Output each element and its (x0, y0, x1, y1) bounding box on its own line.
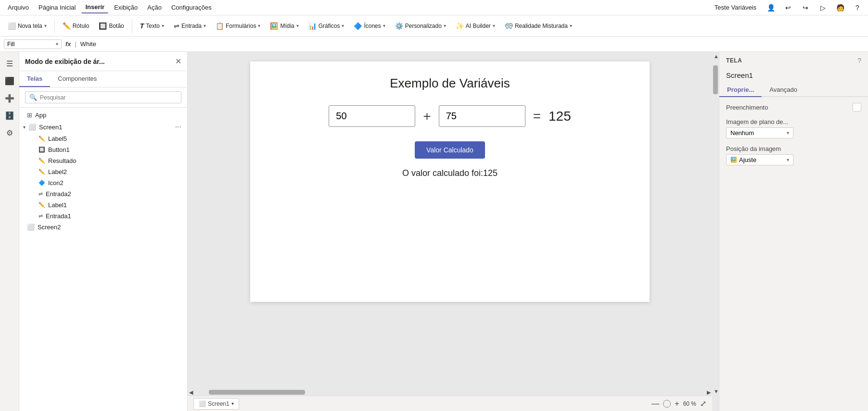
tree-item-entrada1[interactable]: ⇌ Entrada1 (19, 211, 187, 222)
ai-builder-chevron: ▾ (493, 23, 495, 28)
tree-item-screen2[interactable]: ⬜ Screen2 (19, 222, 187, 233)
rotulo-icon: ✏️ (63, 22, 71, 30)
menu-arquivo[interactable]: Arquivo (4, 2, 33, 13)
account-icon[interactable]: 👤 (764, 1, 778, 14)
calc-result: 125 (549, 109, 571, 124)
menu-inserir[interactable]: Inserir (81, 1, 108, 13)
tree-label-icon2: Icon2 (48, 179, 181, 187)
sidebar-tab-componentes[interactable]: Componentes (50, 71, 104, 87)
ai-builder-btn[interactable]: ✨ AI Builder ▾ (452, 20, 499, 32)
botao-icon: 🔲 (99, 22, 107, 30)
right-panel-help-icon[interactable]: ? (857, 57, 861, 64)
scrollbar-horizontal[interactable]: ◀ ▶ (188, 389, 712, 396)
tree-item-icon2[interactable]: 🔷 Icon2 (19, 177, 187, 188)
zoom-in-btn[interactable]: + (675, 399, 679, 408)
right-panel-tab-propriedades[interactable]: Proprie... (719, 83, 762, 97)
menu-exibicao[interactable]: Exibição (110, 2, 141, 13)
preenchimento-value (853, 103, 861, 112)
expand-icon[interactable]: ⤢ (700, 399, 706, 408)
help-icon[interactable]: ? (851, 1, 864, 14)
tree-item-entrada2[interactable]: ⇌ Entrada2 (19, 188, 187, 199)
personalizado-btn[interactable]: ⚙️ Personalizado ▾ (391, 20, 450, 32)
botao-label: Botão (109, 23, 124, 29)
canvas-scroll[interactable]: Exemplo de Variáveis + = 125 Valor Calcu… (188, 52, 712, 389)
menu-bar: Arquivo Página Inicial Inserir Exibição … (0, 0, 868, 15)
icones-btn[interactable]: 🔷 Ícones ▾ (350, 20, 389, 32)
scroll-left-arrow[interactable]: ◀ (188, 389, 194, 396)
posicao-label: Posição da imagem (726, 145, 781, 152)
realidade-misturada-label: Realidade Misturada (515, 23, 568, 29)
tree-item-label2[interactable]: ✏️ Label2 (19, 166, 187, 177)
posicao-dropdown-arrow: ▾ (787, 157, 789, 162)
search-input-wrap[interactable]: 🔍 (25, 91, 181, 103)
tree-label-entrada1: Entrada1 (46, 212, 181, 220)
tree-item-button1[interactable]: 🔲 Button1 (19, 144, 187, 155)
graficos-chevron: ▾ (342, 23, 344, 28)
realidade-misturada-btn[interactable]: 🥽 Realidade Misturada ▾ (501, 20, 576, 32)
preenchimento-swatch[interactable] (853, 103, 861, 112)
graficos-btn[interactable]: 📊 Gráficos ▾ (305, 20, 348, 32)
main-layout: ☰ ⬛ ➕ 🗄️ ⚙ Modo de exibição de ár... ✕ T… (0, 52, 868, 411)
scroll-thumb-v[interactable] (713, 65, 718, 94)
right-panel-tab-avancado[interactable]: Avançado (762, 83, 805, 97)
scroll-up-arrow[interactable]: ▲ (712, 52, 719, 61)
settings-icon[interactable]: ⚙ (2, 125, 17, 140)
menu-acao[interactable]: Ação (143, 2, 166, 13)
menu-configuracoes[interactable]: Configurações (167, 2, 216, 13)
screen1-chevron: ▾ (23, 125, 26, 130)
data-icon[interactable]: 🗄️ (2, 108, 17, 123)
nova-tela-label: Nova tela (18, 23, 42, 29)
formularios-btn[interactable]: 📋 Formulários ▾ (212, 20, 264, 32)
zoom-out-btn[interactable]: — (651, 399, 659, 408)
tree-item-screen1[interactable]: ▾ ⬜ Screen1 ··· (19, 121, 187, 133)
redo-icon[interactable]: ↪ (799, 1, 812, 14)
personalizado-chevron: ▾ (444, 23, 446, 28)
user-icon[interactable]: 🧑 (833, 1, 847, 14)
scroll-thumb-h[interactable] (209, 390, 305, 395)
preenchimento-label: Preenchimento (726, 104, 768, 111)
screen1-menu-dots[interactable]: ··· (175, 123, 181, 131)
imagem-dropdown[interactable]: Nenhum ▾ (726, 127, 793, 138)
nova-tela-btn[interactable]: ⬜ Nova tela ▾ (4, 20, 51, 32)
canvas-input2[interactable] (439, 105, 525, 127)
formula-input[interactable] (78, 39, 864, 49)
tree-label-button1: Button1 (48, 146, 181, 153)
entrada-btn[interactable]: ⇌ Entrada ▾ (170, 20, 210, 32)
scroll-right-arrow[interactable]: ▶ (705, 389, 712, 396)
tree-item-resultado[interactable]: ✏️ Resultado (19, 155, 187, 166)
hamburger-icon[interactable]: ☰ (2, 56, 17, 71)
tree-item-label1[interactable]: ✏️ Label1 (19, 199, 187, 211)
midia-btn[interactable]: 🖼️ Mídia ▾ (266, 20, 302, 32)
entrada2-icon: ⇌ (38, 191, 43, 197)
property-dropdown[interactable]: Fill ▾ (4, 39, 62, 49)
sidebar-tabs: Telas Componentes (19, 71, 187, 87)
sidebar-title: Modo de exibição de ár... (25, 58, 105, 65)
undo-icon[interactable]: ↩ (781, 1, 795, 14)
calc-output: O valor calculado foi:125 (402, 168, 498, 178)
posicao-dropdown[interactable]: 🖼️ Ajuste ▾ (726, 154, 793, 165)
menu-pagina-inicial[interactable]: Página Inicial (35, 2, 79, 13)
tree-label-label2: Label2 (48, 168, 181, 175)
entrada-icon: ⇌ (174, 22, 179, 30)
rotulo-btn[interactable]: ✏️ Rótulo (59, 20, 93, 32)
formula-bar: Fill ▾ fx | (0, 37, 868, 52)
tree-label-screen1: Screen1 (39, 124, 172, 131)
scrollbar-vertical[interactable]: ▲ ▼ (712, 52, 719, 396)
tree-item-app[interactable]: ⊞ App (19, 110, 187, 121)
canvas-input1[interactable] (329, 105, 415, 127)
valor-calculado-btn[interactable]: Valor Calculado (415, 141, 485, 159)
rotulo-label: Rótulo (73, 23, 89, 29)
texto-btn[interactable]: T Texto ▾ (136, 20, 168, 32)
scroll-down-arrow[interactable]: ▼ (712, 387, 719, 396)
search-input[interactable] (40, 94, 177, 101)
sidebar-tab-telas[interactable]: Telas (19, 71, 50, 87)
texto-icon: T (140, 22, 144, 30)
insert-icon[interactable]: ➕ (2, 90, 17, 106)
layers-icon[interactable]: ⬛ (2, 73, 17, 88)
zoom-level: 60 % (683, 400, 696, 407)
tree-item-label5[interactable]: ✏️ Label5 (19, 133, 187, 144)
sidebar-close-btn[interactable]: ✕ (175, 57, 181, 66)
botao-btn[interactable]: 🔲 Botão (95, 20, 128, 32)
screen-tab[interactable]: ⬜ Screen1 ▾ (193, 398, 239, 410)
play-icon[interactable]: ▷ (816, 1, 830, 14)
